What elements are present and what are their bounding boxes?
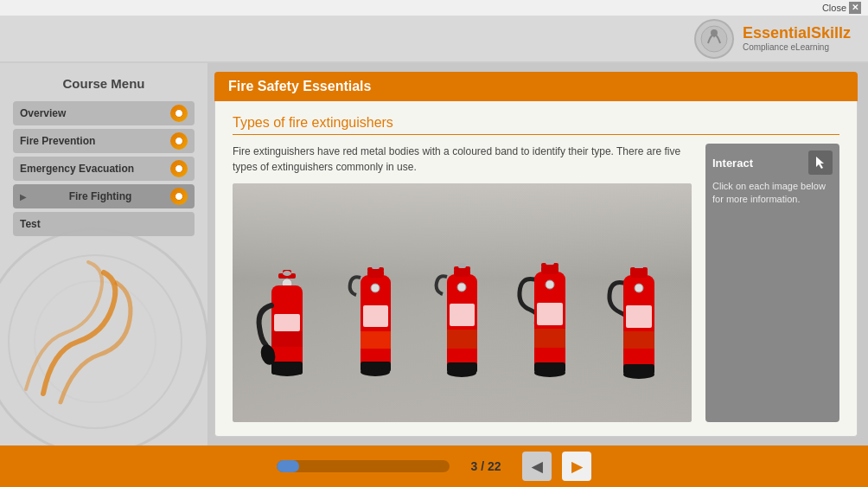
svg-rect-19 (361, 331, 391, 349)
fire-fighting-arrow-icon: ▶ (20, 192, 27, 202)
brand-subtitle: Compliance eLearning (743, 42, 851, 53)
content-panel: Types of fire extinguishers Fire extingu… (214, 101, 858, 437)
interact-title: Interact (712, 157, 753, 170)
svg-rect-16 (372, 264, 380, 269)
sidebar-item-overview-icon (170, 105, 188, 122)
svg-rect-41 (537, 303, 563, 325)
svg-rect-37 (541, 265, 558, 274)
prev-button[interactable]: ◀ (522, 452, 552, 481)
sidebar-item-fire-prevention-icon (170, 132, 188, 150)
extinguisher-3-image (430, 262, 495, 422)
sidebar-item-fire-prevention-label: Fire Prevention (20, 135, 95, 147)
extinguisher-1-image (252, 266, 322, 422)
extinguisher-image-area (233, 183, 692, 422)
svg-rect-28 (447, 330, 477, 349)
page-counter: 3 / 22 (460, 459, 512, 473)
sidebar-item-emergency-evacuation-label: Emergency Evacuation (20, 163, 134, 175)
sidebar: Course Menu Overview Fire Prevention Eme… (0, 63, 207, 445)
sidebar-item-emergency-evacuation-icon (170, 160, 188, 177)
svg-rect-25 (458, 263, 466, 268)
slide-title: Types of fire extinguishers (233, 115, 839, 135)
close-icon[interactable]: ✕ (849, 2, 861, 14)
svg-rect-47 (630, 268, 648, 278)
slide-main: Fire extinguishers have red metal bodies… (233, 144, 692, 422)
sidebar-item-overview[interactable]: Overview (13, 101, 195, 125)
brand-name: EssentialSkillz (743, 24, 851, 43)
svg-point-11 (271, 368, 303, 376)
course-menu-title: Course Menu (13, 76, 195, 91)
svg-point-7 (283, 271, 291, 276)
svg-point-23 (371, 284, 380, 292)
interact-header: Interact (712, 151, 833, 175)
body-area: Course Menu Overview Fire Prevention Eme… (0, 63, 868, 445)
svg-point-52 (635, 284, 643, 292)
extinguisher-2[interactable] (343, 262, 408, 422)
svg-point-50 (623, 370, 654, 379)
progress-bar-fill (277, 460, 299, 472)
svg-point-1 (711, 29, 718, 36)
extinguisher-5-image (605, 262, 673, 422)
logo-area: EssentialSkillz Compliance eLearning (694, 19, 851, 59)
svg-rect-51 (626, 305, 652, 328)
main-layout: EssentialSkillz Compliance eLearning Cou… (0, 16, 868, 487)
svg-rect-22 (363, 305, 388, 327)
svg-point-32 (457, 283, 466, 292)
close-button[interactable]: Close ✕ (822, 2, 861, 14)
sidebar-item-fire-fighting-icon (170, 188, 188, 205)
extinguisher-1[interactable] (252, 266, 322, 422)
close-label: Close (822, 3, 846, 13)
interact-box: Interact Click on each image below for m… (705, 144, 839, 422)
footer: 3 / 22 ◀ ▶ (0, 445, 868, 487)
sidebar-item-emergency-evacuation[interactable]: Emergency Evacuation (13, 157, 195, 181)
extinguisher-4-image (516, 258, 584, 422)
content-title-bar: Fire Safety Essentials (214, 72, 858, 101)
svg-point-30 (447, 368, 476, 377)
sidebar-decoration (0, 221, 207, 445)
interact-instruction: Click on each image below for more infor… (712, 180, 833, 207)
top-bar: Close ✕ (0, 0, 868, 16)
brand-part1: Essential (743, 24, 811, 42)
logo-circle (694, 19, 734, 59)
sidebar-item-fire-prevention[interactable]: Fire Prevention (13, 129, 195, 153)
extinguisher-5[interactable] (605, 262, 673, 422)
svg-rect-48 (623, 331, 654, 349)
svg-point-2 (0, 229, 207, 445)
extinguisher-4[interactable] (516, 258, 584, 422)
header: EssentialSkillz Compliance eLearning (0, 16, 868, 63)
brand-part2: Skillz (811, 24, 851, 42)
cursor-svg (813, 155, 828, 170)
next-arrow-icon: ▶ (571, 458, 582, 475)
sidebar-item-overview-label: Overview (20, 107, 66, 119)
svg-rect-18 (367, 269, 384, 278)
cursor-icon (808, 151, 833, 175)
next-button[interactable]: ▶ (562, 452, 591, 481)
svg-point-21 (361, 368, 390, 376)
prev-arrow-icon: ◀ (532, 458, 542, 475)
sidebar-item-fire-fighting[interactable]: ▶ Fire Fighting (13, 184, 195, 208)
svg-rect-27 (454, 268, 470, 277)
logo-icon (699, 24, 729, 54)
progress-bar-container (277, 460, 450, 472)
content-area: Fire Safety Essentials Types of fire ext… (207, 63, 868, 445)
svg-rect-38 (534, 329, 565, 348)
svg-rect-31 (450, 304, 475, 326)
svg-rect-13 (271, 331, 303, 347)
svg-point-42 (546, 280, 554, 289)
extinguisher-3[interactable] (430, 262, 495, 422)
content-title: Fire Safety Essentials (228, 79, 371, 93)
svg-rect-14 (274, 314, 300, 331)
logo-text: EssentialSkillz Compliance eLearning (743, 24, 851, 54)
slide-body: Fire extinguishers have red metal bodies… (233, 144, 839, 422)
slide-description: Fire extinguishers have red metal bodies… (233, 144, 692, 175)
svg-point-40 (534, 368, 565, 377)
svg-rect-34 (546, 260, 554, 265)
sidebar-item-fire-fighting-label: Fire Fighting (69, 190, 132, 202)
extinguisher-2-image (343, 262, 408, 422)
